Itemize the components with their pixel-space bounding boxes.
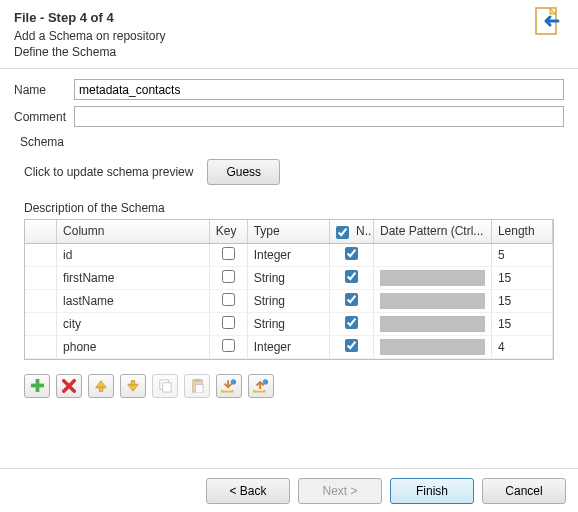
cell-column[interactable]: city: [57, 312, 210, 335]
cell-null-checkbox[interactable]: [345, 339, 358, 352]
svg-rect-7: [131, 380, 135, 384]
cell-length[interactable]: 15: [491, 266, 552, 289]
cell-null-checkbox[interactable]: [345, 316, 358, 329]
svg-rect-5: [99, 386, 103, 390]
wizard-file-icon: [528, 6, 564, 45]
cell-date[interactable]: [373, 312, 491, 335]
update-preview-label: Click to update schema preview: [24, 165, 193, 179]
schema-description-label: Description of the Schema: [24, 201, 564, 215]
table-row[interactable]: cityString15: [25, 312, 553, 335]
header-null-checkbox[interactable]: [336, 226, 349, 239]
cell-length[interactable]: 4: [491, 335, 552, 358]
wizard-footer: < Back Next > Finish Cancel: [0, 468, 578, 512]
table-row[interactable]: lastNameString15: [25, 289, 553, 312]
cell-null-checkbox[interactable]: [345, 247, 358, 260]
name-label: Name: [14, 83, 74, 97]
svg-rect-11: [194, 379, 200, 382]
cell-type[interactable]: Integer: [247, 335, 329, 358]
remove-button[interactable]: [56, 374, 82, 398]
move-up-button[interactable]: [88, 374, 114, 398]
table-row[interactable]: phoneInteger4: [25, 335, 553, 358]
finish-button[interactable]: Finish: [390, 478, 474, 504]
header-key[interactable]: Key: [209, 220, 247, 243]
form-section: Name Comment: [0, 69, 578, 143]
cell-null-checkbox[interactable]: [345, 293, 358, 306]
cell-type[interactable]: String: [247, 312, 329, 335]
cell-column[interactable]: phone: [57, 335, 210, 358]
schema-group-title: Schema: [16, 135, 68, 149]
header-tree: [25, 220, 57, 243]
cell-key-checkbox[interactable]: [222, 339, 235, 352]
wizard-banner: File - Step 4 of 4 Add a Schema on repos…: [0, 0, 578, 69]
export-button[interactable]: [248, 374, 274, 398]
cell-key-checkbox[interactable]: [222, 316, 235, 329]
move-down-button[interactable]: [120, 374, 146, 398]
comment-input[interactable]: [74, 106, 564, 127]
header-null[interactable]: N..: [329, 220, 373, 243]
add-button[interactable]: [24, 374, 50, 398]
import-button[interactable]: [216, 374, 242, 398]
cell-column[interactable]: lastName: [57, 289, 210, 312]
cell-date[interactable]: [373, 289, 491, 312]
cell-type[interactable]: String: [247, 289, 329, 312]
cancel-button[interactable]: Cancel: [482, 478, 566, 504]
cell-date[interactable]: [373, 266, 491, 289]
cell-date[interactable]: [373, 243, 491, 266]
cell-key-checkbox[interactable]: [222, 293, 235, 306]
cell-key-checkbox[interactable]: [222, 247, 235, 260]
guess-button[interactable]: Guess: [207, 159, 280, 185]
cell-key-checkbox[interactable]: [222, 270, 235, 283]
cell-date[interactable]: [373, 335, 491, 358]
schema-group: Schema Click to update schema preview Gu…: [6, 143, 572, 405]
table-row[interactable]: idInteger5: [25, 243, 553, 266]
back-button[interactable]: < Back: [206, 478, 290, 504]
comment-label: Comment: [14, 110, 74, 124]
next-button[interactable]: Next >: [298, 478, 382, 504]
schema-toolbar: [24, 374, 564, 398]
cell-length[interactable]: 15: [491, 289, 552, 312]
cell-length[interactable]: 5: [491, 243, 552, 266]
cell-type[interactable]: String: [247, 266, 329, 289]
svg-rect-3: [30, 384, 43, 388]
header-type[interactable]: Type: [247, 220, 329, 243]
svg-rect-9: [162, 383, 170, 392]
header-date[interactable]: Date Pattern (Ctrl...: [373, 220, 491, 243]
copy-button[interactable]: [152, 374, 178, 398]
table-row[interactable]: firstNameString15: [25, 266, 553, 289]
cell-column[interactable]: id: [57, 243, 210, 266]
cell-length[interactable]: 15: [491, 312, 552, 335]
banner-subtitle: Add a Schema on repository Define the Sc…: [14, 29, 564, 60]
banner-title: File - Step 4 of 4: [14, 10, 564, 25]
cell-null-checkbox[interactable]: [345, 270, 358, 283]
schema-table: Column Key Type N.. Date Pattern (Ctrl..…: [24, 219, 554, 359]
svg-rect-12: [195, 385, 203, 393]
svg-point-13: [231, 379, 236, 384]
header-length[interactable]: Length: [491, 220, 552, 243]
header-column[interactable]: Column: [57, 220, 210, 243]
cell-column[interactable]: firstName: [57, 266, 210, 289]
name-input[interactable]: [74, 79, 564, 100]
paste-button[interactable]: [184, 374, 210, 398]
cell-type[interactable]: Integer: [247, 243, 329, 266]
svg-point-14: [263, 379, 268, 384]
